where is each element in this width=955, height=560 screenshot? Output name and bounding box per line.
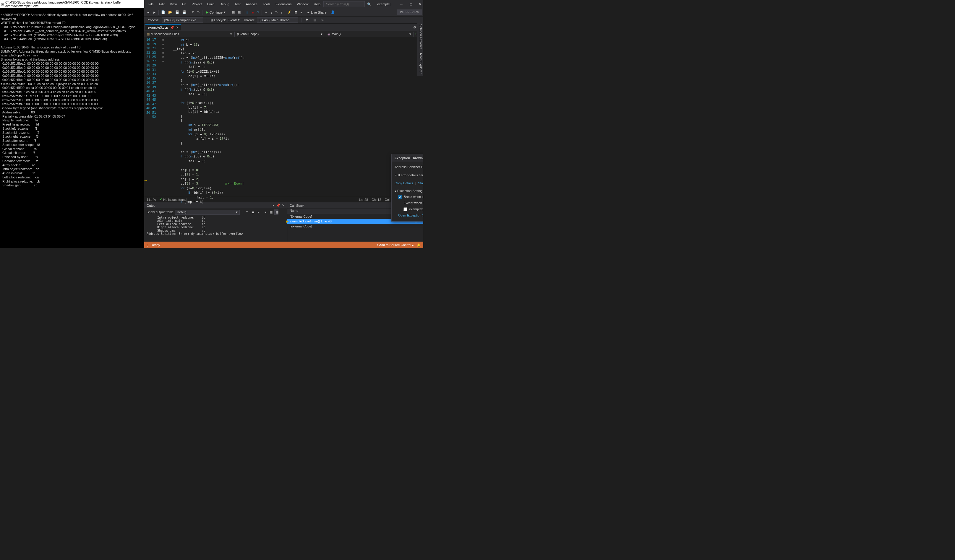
solution-title: example3 xyxy=(374,2,395,6)
restart-icon[interactable]: ⟳ xyxy=(255,9,260,15)
menu-git[interactable]: Git xyxy=(180,1,189,7)
watch-icon[interactable]: ⬒ xyxy=(293,9,299,15)
menu-extensions[interactable]: Extensions xyxy=(273,1,294,7)
process-selector[interactable]: [26908] example3.exe xyxy=(162,17,203,23)
save-icon[interactable]: 💾 xyxy=(174,9,181,15)
line-indicator[interactable]: Ln: 28 xyxy=(359,198,368,201)
sort-icon[interactable]: ⇅ xyxy=(320,17,325,23)
debug-toolwin2-icon[interactable]: ▦ xyxy=(236,9,242,15)
open-exc-settings-link[interactable]: Open Exception Settings xyxy=(398,214,423,217)
scope-namespace[interactable]: (Global Scope)▾ xyxy=(235,31,325,37)
status-ready: Ready xyxy=(151,243,160,246)
except-module-checkbox[interactable] xyxy=(404,207,407,211)
menu-edit[interactable]: Edit xyxy=(157,1,167,7)
thread-selector[interactable]: [36468] Main Thread xyxy=(257,17,298,23)
scope-function[interactable]: ◉main()▾ xyxy=(325,31,414,37)
thread-label: Thread: xyxy=(243,18,255,22)
exception-settings-header[interactable]: ▴ Exception Settings xyxy=(395,189,423,194)
pane-close-icon[interactable]: ✕ xyxy=(282,203,285,207)
exception-detail: Full error details can be found in the o… xyxy=(395,173,423,178)
fold-margin[interactable]: ⊟ ⊟ ⊟ ⊟ ⊟ ⊟ xyxy=(161,37,165,197)
menu-tools[interactable]: Tools xyxy=(260,1,273,7)
process-label: Process: xyxy=(147,18,159,22)
debug-toolwin-icon[interactable]: ▦ xyxy=(230,9,236,15)
scope-project[interactable]: ▤Miscellaneous Files▾ xyxy=(144,31,235,37)
nav-back-icon[interactable]: ◄ xyxy=(146,10,151,15)
toggle-wrap-icon[interactable]: ≣ xyxy=(250,209,255,215)
pane-dropdown-icon[interactable]: ▾ xyxy=(272,203,274,207)
menu-view[interactable]: View xyxy=(168,1,179,7)
out-btn1-icon[interactable]: ▦ xyxy=(268,209,272,215)
break-checkbox[interactable] xyxy=(398,195,402,199)
outdent-icon[interactable]: ⇥ xyxy=(263,209,267,215)
tab-filename: example3.cpp xyxy=(148,26,168,29)
team-explorer-tab[interactable]: Team Explorer xyxy=(418,53,423,73)
pane-pin-icon[interactable]: 📌 xyxy=(276,203,280,207)
lifecycle-icon[interactable]: ▦ Lifecycle Events ▾ xyxy=(209,17,241,23)
stop-icon[interactable]: ■ xyxy=(250,10,255,15)
output-source-selector[interactable]: Debug▾ xyxy=(175,210,240,215)
clear-output-icon[interactable]: ≡ xyxy=(245,209,249,215)
flag-icon[interactable]: ⚑ xyxy=(304,17,310,23)
step-out-icon[interactable]: ↑ xyxy=(280,10,284,15)
live-share-button[interactable]: ☁ Live Share xyxy=(304,10,329,14)
main-toolbar: ◄ ► 📄 📂 💾 💾 ↶ ↷ Continue ▾ ▦ ▦ ⏸ ■ ⟳ → ↓… xyxy=(144,8,423,17)
search-input[interactable] xyxy=(323,1,365,7)
zoom-level[interactable]: 111 % xyxy=(147,198,156,201)
line-numbers: 16 17 18 19 20 21 22 23 24 25 26 27 28 2… xyxy=(144,37,161,197)
minimize-button[interactable]: ─ xyxy=(397,1,406,8)
menu-window[interactable]: Window xyxy=(294,1,311,7)
callstack-title: Call Stack xyxy=(290,204,304,207)
tab-settings-icon[interactable]: ⚙ xyxy=(412,25,418,29)
out-btn2-icon[interactable]: ▦ xyxy=(274,209,279,215)
menu-debug[interactable]: Debug xyxy=(217,1,232,7)
step-over-icon[interactable]: ↷ xyxy=(274,9,279,15)
callstack-row[interactable]: [External Code] xyxy=(287,224,423,229)
exception-popup: Exception Thrown 📌 ✕ Address Sanitizer E… xyxy=(391,154,423,222)
menu-help[interactable]: Help xyxy=(312,1,323,7)
copy-details-link[interactable]: Copy Details xyxy=(395,181,413,185)
nav-fwd-icon[interactable]: ► xyxy=(152,10,157,15)
menu-project[interactable]: Project xyxy=(189,1,204,7)
bottom-panes: Output ▾ 📌 ✕ Show output from: Debug▾ ≡ … xyxy=(144,202,423,242)
save-all-icon[interactable]: 💾 xyxy=(181,9,188,15)
continue-button[interactable]: Continue ▾ xyxy=(204,9,228,15)
char-indicator[interactable]: Ch: 12 xyxy=(371,198,381,201)
undo-icon[interactable]: ↶ xyxy=(190,9,196,15)
new-project-icon[interactable]: 📄 xyxy=(160,9,166,15)
editor-tab[interactable]: example3.cpp 📌 ✕ xyxy=(146,24,181,30)
notifications-icon[interactable]: 🔔 xyxy=(417,243,421,247)
exception-title: Exception Thrown 📌 ✕ xyxy=(391,154,423,162)
pin-icon[interactable]: 📌 xyxy=(170,26,174,30)
hot-reload-icon[interactable]: ⚡ xyxy=(286,9,293,15)
show-next-stmt-icon[interactable]: → xyxy=(263,10,269,15)
output-body[interactable]: Intra object redzone: bb ASan internal: … xyxy=(144,215,287,242)
code-content[interactable]: int i; int k = 17; __try{ tmp = k; aa = … xyxy=(165,37,423,197)
document-area: example3.cpp 📌 ✕ ⚙ ▾ ▤Miscellaneous File… xyxy=(144,23,423,242)
except-from-label: Except when thrown from: xyxy=(404,201,423,206)
menu-build[interactable]: Build xyxy=(205,1,217,7)
open-icon[interactable]: 📂 xyxy=(167,9,174,15)
output-title: Output xyxy=(147,204,157,207)
maximize-button[interactable]: ▢ xyxy=(406,1,416,8)
menu-file[interactable]: File xyxy=(146,1,156,7)
redo-icon[interactable]: ↷ xyxy=(196,9,201,15)
tab-close-icon[interactable]: ✕ xyxy=(176,26,178,30)
console-title-text: C:\MSDN\cpp-docs-pr\docs\c-language\ASAN… xyxy=(5,1,143,8)
stack-icon[interactable]: ≡ xyxy=(299,10,303,15)
close-button[interactable]: ✕ xyxy=(416,1,423,8)
indent-icon[interactable]: ⇤ xyxy=(257,209,261,215)
output-pane: Output ▾ 📌 ✕ Show output from: Debug▾ ≡ … xyxy=(144,202,287,242)
console-titlebar[interactable]: C:\MSDN\cpp-docs-pr\docs\c-language\ASAN… xyxy=(0,0,144,8)
add-source-control[interactable]: ↑ Add to Source Control ▴ xyxy=(377,243,414,247)
search-icon[interactable]: 🔍 xyxy=(365,2,373,6)
live-share-link[interactable]: Start Live Share session... xyxy=(418,181,423,185)
step-into-icon[interactable]: ↓ xyxy=(269,10,273,15)
menu-test[interactable]: Test xyxy=(232,1,243,7)
feedback-icon[interactable]: 👤 xyxy=(330,9,336,15)
solution-explorer-tab[interactable]: Solution Explorer xyxy=(418,24,423,49)
pause-icon[interactable]: ⏸ xyxy=(244,10,250,15)
menu-analyze[interactable]: Analyze xyxy=(244,1,260,7)
stack-frame-icon[interactable]: ▦ xyxy=(312,17,318,23)
code-editor[interactable]: 16 17 18 19 20 21 22 23 24 25 26 27 28 2… xyxy=(144,37,423,197)
